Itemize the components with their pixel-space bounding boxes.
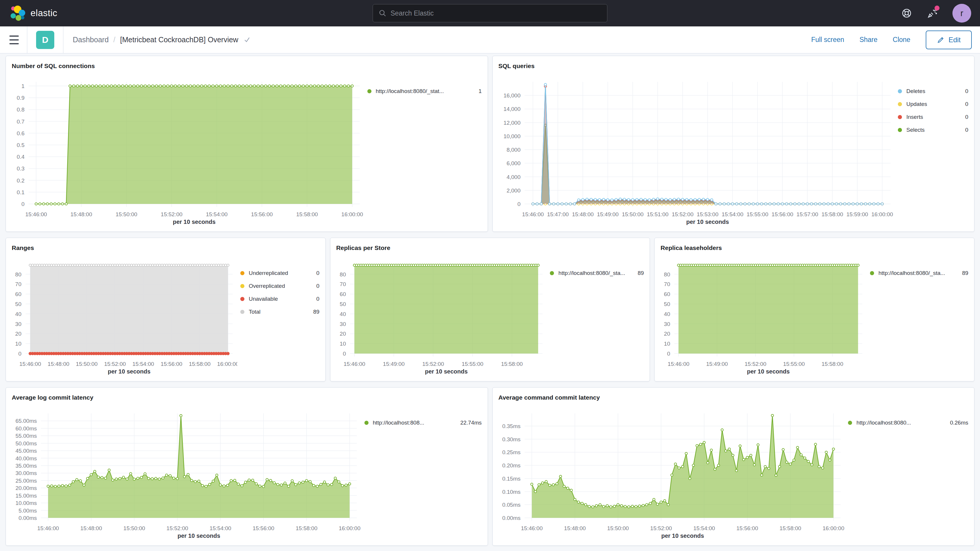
- chart-svg: 02,0004,0006,0008,00010,00012,00014,0001…: [498, 71, 895, 229]
- svg-text:15:48:00: 15:48:00: [572, 211, 593, 217]
- svg-text:0.10ms: 0.10ms: [502, 489, 520, 495]
- user-avatar[interactable]: r: [953, 4, 971, 22]
- svg-text:15:54:00: 15:54:00: [206, 211, 228, 217]
- svg-text:15:58:00: 15:58:00: [821, 211, 843, 217]
- title-caret-button[interactable]: [243, 37, 251, 43]
- chart-canvas-replica-leaseholders[interactable]: 0102030405060708015:46:0015:49:0015:52:0…: [660, 253, 867, 378]
- legend-color-dot: [898, 102, 902, 106]
- svg-text:15:48:00: 15:48:00: [48, 361, 69, 367]
- svg-text:6,000: 6,000: [506, 160, 520, 166]
- svg-text:0.1: 0.1: [17, 189, 24, 196]
- dashboard-app-icon: D: [36, 31, 54, 49]
- svg-text:15:51:00: 15:51:00: [647, 211, 668, 217]
- svg-text:0.00ms: 0.00ms: [19, 515, 37, 521]
- legend-color-dot: [240, 310, 244, 314]
- dashboard-grid: Number of SQL connections 00.10.20.30.40…: [0, 53, 980, 551]
- news-feed-button[interactable]: [927, 7, 938, 19]
- svg-text:15:50:00: 15:50:00: [607, 525, 629, 531]
- legend-label: Unavailable: [249, 296, 301, 302]
- svg-text:60: 60: [664, 291, 670, 297]
- svg-text:16:00:00: 16:00:00: [822, 525, 844, 531]
- svg-text:15:47:00: 15:47:00: [547, 211, 569, 217]
- svg-text:2,000: 2,000: [506, 188, 520, 194]
- svg-text:16:00:00: 16:00:00: [341, 211, 363, 217]
- legend-item[interactable]: Overreplicated0: [240, 280, 320, 293]
- chart-canvas-sql-queries[interactable]: 02,0004,0006,0008,00010,00012,00014,0001…: [498, 71, 895, 229]
- chart-canvas-replicas-per-store[interactable]: 0102030405060708015:46:0015:49:0015:52:0…: [336, 253, 547, 378]
- legend-item[interactable]: Inserts0: [898, 111, 968, 124]
- chart-canvas-log-commit-latency[interactable]: 0.00ms5.00ms10.00ms15.00ms20.00ms25.00ms…: [12, 403, 361, 543]
- svg-text:15:50:00: 15:50:00: [76, 361, 98, 367]
- svg-text:15:52:00: 15:52:00: [104, 361, 126, 367]
- legend-value: 1: [469, 88, 482, 94]
- legend-label: Underreplicated: [249, 270, 301, 276]
- svg-text:0: 0: [667, 350, 670, 357]
- chart-canvas-sql-connections[interactable]: 00.10.20.30.40.50.60.70.80.9115:46:0015:…: [12, 71, 364, 229]
- panel-sql-queries: SQL queries 02,0004,0006,0008,00010,0001…: [492, 56, 975, 232]
- menu-hamburger-icon[interactable]: [8, 35, 20, 45]
- logo-text: elastic: [30, 8, 57, 19]
- legend-item[interactable]: Updates0: [898, 98, 968, 111]
- legend-item[interactable]: http://localhost:8080/_sta...89: [870, 267, 968, 280]
- svg-text:0.7: 0.7: [17, 118, 24, 125]
- breadcrumb-dashboard-link[interactable]: Dashboard: [73, 35, 108, 44]
- edit-button[interactable]: Edit: [926, 30, 972, 49]
- svg-text:20: 20: [664, 331, 670, 337]
- help-button[interactable]: [901, 7, 913, 19]
- elastic-logo[interactable]: elastic: [9, 5, 57, 22]
- svg-text:15:52:00: 15:52:00: [745, 361, 767, 367]
- clone-button[interactable]: Clone: [893, 36, 910, 44]
- legend-color-dot: [368, 89, 371, 93]
- share-button[interactable]: Share: [859, 36, 877, 44]
- legend-label: Inserts: [906, 114, 950, 120]
- legend-label: http://localhost:808...: [373, 420, 455, 426]
- legend-item[interactable]: http://localhost:8080...0.26ms: [848, 416, 968, 429]
- svg-text:40: 40: [340, 311, 346, 317]
- svg-text:0.25ms: 0.25ms: [502, 449, 520, 455]
- search-input[interactable]: [391, 10, 601, 17]
- svg-text:50: 50: [340, 301, 346, 307]
- legend-item[interactable]: Total89: [240, 306, 320, 318]
- svg-text:15:55:00: 15:55:00: [461, 361, 483, 367]
- svg-text:15:56:00: 15:56:00: [736, 525, 758, 531]
- legend-value: 0: [955, 101, 968, 107]
- svg-text:60.00ms: 60.00ms: [16, 425, 37, 432]
- svg-text:15:54:00: 15:54:00: [132, 361, 154, 367]
- panel-title: Replica leaseholders: [660, 243, 968, 253]
- full-screen-button[interactable]: Full screen: [811, 36, 844, 44]
- svg-text:15.00ms: 15.00ms: [16, 493, 37, 499]
- legend-value: 0: [955, 127, 968, 133]
- panel-title: Replicas per Store: [336, 243, 644, 253]
- legend-item[interactable]: http://localhost:808...22.74ms: [364, 416, 482, 429]
- legend-item[interactable]: http://localhost:8080/_stat...1: [368, 85, 482, 98]
- legend-item[interactable]: Selects0: [898, 124, 968, 137]
- svg-text:15:54:00: 15:54:00: [722, 211, 743, 217]
- legend-item[interactable]: Unavailable0: [240, 293, 320, 306]
- svg-text:0.15ms: 0.15ms: [502, 476, 520, 482]
- legend-item[interactable]: Underreplicated0: [240, 267, 320, 280]
- checkmark-icon: [243, 37, 251, 43]
- breadcrumb-bar: D Dashboard / [Metricbeat CockroachDB] O…: [0, 26, 980, 53]
- legend-color-dot: [898, 128, 902, 132]
- svg-text:per 10 seconds: per 10 seconds: [747, 368, 790, 375]
- svg-text:15:58:00: 15:58:00: [501, 361, 523, 367]
- chart-legend: http://localhost:8080...0.26ms: [845, 403, 968, 543]
- svg-text:70: 70: [664, 281, 670, 287]
- legend-item[interactable]: Deletes0: [898, 85, 968, 98]
- svg-text:55.00ms: 55.00ms: [16, 433, 37, 439]
- chart-canvas-ranges[interactable]: 0102030405060708015:46:0015:48:0015:50:0…: [12, 253, 237, 378]
- svg-text:per 10 seconds: per 10 seconds: [108, 368, 151, 375]
- svg-text:15:58:00: 15:58:00: [822, 361, 843, 367]
- svg-text:80: 80: [664, 271, 670, 277]
- chart-canvas-command-commit-latency[interactable]: 0.00ms0.05ms0.10ms0.15ms0.20ms0.25ms0.30…: [498, 403, 845, 543]
- svg-text:15:46:00: 15:46:00: [19, 361, 41, 367]
- svg-text:0.8: 0.8: [17, 107, 24, 113]
- svg-text:20: 20: [15, 331, 21, 337]
- chart-legend: http://localhost:808...22.74ms: [361, 403, 482, 543]
- legend-color-dot: [848, 421, 852, 425]
- svg-text:20.00ms: 20.00ms: [16, 485, 37, 491]
- legend-item[interactable]: http://localhost:8080/_sta...89: [550, 267, 644, 280]
- svg-text:per 10 seconds: per 10 seconds: [686, 218, 729, 225]
- svg-text:15:49:00: 15:49:00: [706, 361, 728, 367]
- global-search[interactable]: [372, 4, 608, 22]
